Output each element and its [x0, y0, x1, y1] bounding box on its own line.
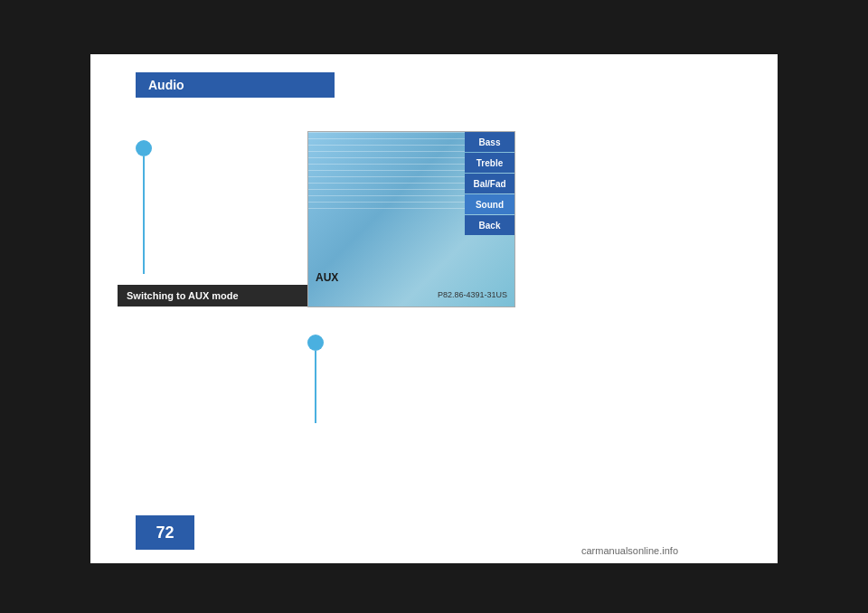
menu-btn-balfad[interactable]: Bal/Fad [465, 174, 514, 193]
border-left [0, 0, 90, 613]
page-container: Audio Switching to AUX mode [0, 0, 868, 613]
menu-btn-sound[interactable]: Sound [465, 194, 514, 214]
content-area: Audio Switching to AUX mode [90, 54, 778, 563]
menu-btn-treble[interactable]: Treble [465, 153, 514, 173]
vertical-line-right [315, 351, 316, 423]
bullet-right [307, 335, 324, 351]
audio-header-title: Audio [148, 78, 184, 92]
vertical-line-left [143, 156, 145, 274]
border-right [778, 0, 868, 613]
bullet-left [136, 140, 152, 156]
aux-caption-label: Switching to AUX mode [118, 285, 316, 306]
audio-header: Audio [136, 72, 335, 98]
aux-screen-source-label: AUX [316, 271, 338, 284]
screen-display: Bass Treble Bal/Fad Sound Back AUX P82.8… [307, 131, 515, 307]
page-number: 72 [156, 523, 174, 542]
page-number-box: 72 [136, 515, 194, 550]
watermark: carmanualsonline.info [581, 545, 678, 556]
aux-caption-text: Switching to AUX mode [127, 290, 239, 301]
border-bottom [0, 563, 868, 613]
part-number: P82.86-4391-31US [438, 290, 507, 299]
screen-menu-buttons: Bass Treble Bal/Fad Sound Back [465, 132, 514, 236]
menu-btn-bass[interactable]: Bass [465, 132, 514, 152]
menu-btn-back[interactable]: Back [465, 215, 514, 235]
border-top [0, 0, 868, 54]
